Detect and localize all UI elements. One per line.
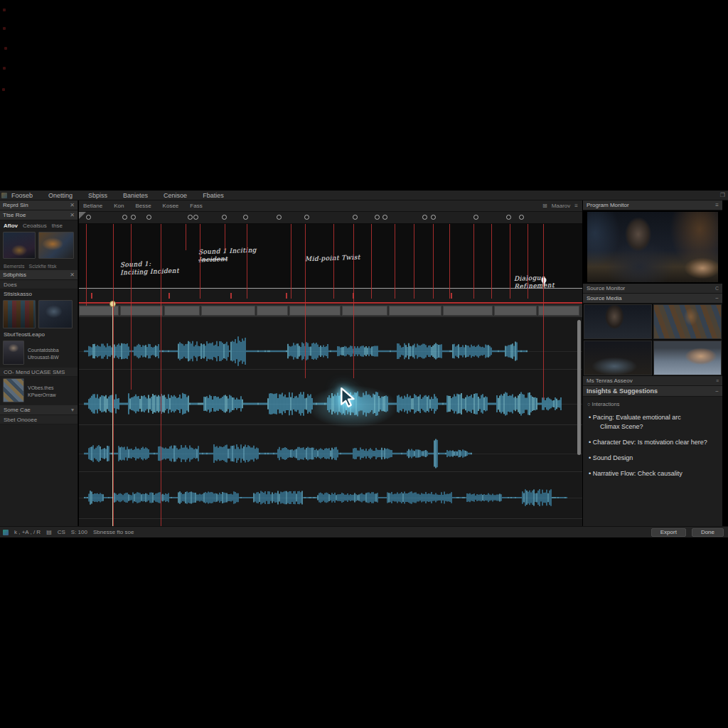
minimize-icon[interactable]: − [715, 388, 719, 395]
grid-icon[interactable]: ⊞ [542, 203, 547, 209]
timeline-tab-1[interactable]: Betlane [83, 203, 102, 209]
marker-ring[interactable] [243, 215, 248, 220]
source-monitor-bar[interactable]: Source Monitor C [583, 284, 722, 294]
source-clip-thumbnail-3[interactable] [584, 341, 652, 375]
clip-thumbnail[interactable] [3, 300, 36, 328]
timeline-tab-2[interactable]: Kon [114, 203, 124, 209]
timeline-ruler[interactable] [79, 212, 582, 224]
program-monitor-header[interactable]: Program Monitor ≡ [583, 200, 722, 210]
scrubber-segment[interactable] [289, 306, 341, 316]
timeline-marker-line[interactable] [305, 224, 306, 378]
zoom-level[interactable]: S: 100 [71, 529, 87, 535]
tool-shortcuts[interactable]: k , +A , / R [14, 529, 41, 535]
scrubber-segment[interactable] [201, 306, 255, 316]
timeline-marker-line[interactable] [186, 224, 186, 250]
timeline-marker-line[interactable] [161, 224, 161, 526]
scrubber-segment[interactable] [164, 306, 200, 316]
clip-thumbnail[interactable] [3, 232, 36, 259]
window-controls-icon[interactable]: ❐ [720, 192, 725, 198]
marker-ring[interactable] [431, 215, 436, 220]
timeline-scrubber[interactable] [79, 304, 582, 317]
menu-item-2[interactable]: Onetting [48, 192, 73, 199]
marker-ring[interactable] [122, 215, 127, 220]
timeline-marker-line[interactable] [543, 224, 544, 400]
timeline-marker-line[interactable] [200, 224, 200, 299]
clip-thumbnail[interactable] [38, 300, 73, 328]
marker-ring[interactable] [131, 215, 136, 220]
grid-icon[interactable]: ▤ [46, 529, 52, 535]
marker-ring[interactable] [382, 215, 387, 220]
audio-track-4[interactable] [79, 472, 582, 519]
menu-item-6[interactable]: Fbaties [203, 192, 224, 199]
scrubber-segment[interactable] [443, 306, 493, 316]
scrubber-segment[interactable] [342, 306, 387, 316]
source-clip-thumbnail-2[interactable] [653, 304, 722, 339]
map-pin-marker[interactable] [540, 277, 547, 287]
timeline-marker-line[interactable] [414, 224, 414, 299]
source-clip-thumbnail-1[interactable] [584, 304, 652, 339]
marker-ring[interactable] [193, 215, 198, 220]
timeline-view-label[interactable]: Maarov [552, 203, 571, 209]
media-thumbnail[interactable] [3, 341, 24, 365]
tab-creations[interactable]: Ceoatsus [23, 223, 47, 229]
insights-header[interactable]: Insights & Suggestions − [583, 386, 722, 397]
scrubber-segment[interactable] [389, 306, 441, 316]
list-icon[interactable]: ≡ [716, 378, 719, 383]
close-icon[interactable]: ✕ [70, 272, 75, 278]
snap-icon[interactable] [3, 530, 9, 535]
scene-dropdown[interactable]: Some Cae ▾ [0, 405, 77, 415]
timeline-marker-line[interactable] [353, 224, 354, 378]
timeline-marker-line[interactable] [225, 224, 225, 250]
source-media-header[interactable]: Source Media − [583, 294, 722, 304]
media-item-1[interactable]: Countatdsbba Utrousast-BW [0, 339, 77, 368]
insight-item-3[interactable]: • Sound Design [594, 454, 718, 463]
timeline-tab-3[interactable]: Besse [135, 203, 151, 209]
marker-ring[interactable] [506, 215, 511, 220]
marker-ring[interactable] [422, 215, 427, 220]
timeline-vertical-scrollbar[interactable] [577, 320, 581, 455]
scrubber-segment[interactable] [494, 306, 537, 316]
media-thumbnail[interactable] [3, 378, 24, 402]
menu-item-3[interactable]: Sbpiss [88, 192, 107, 199]
audio-track-3[interactable] [79, 425, 582, 472]
menu-icon[interactable]: ≡ [715, 202, 719, 208]
panel-header-bin2[interactable]: Ttse Roe ✕ [0, 210, 77, 220]
timeline-marker-line[interactable] [395, 224, 395, 299]
insight-item-4[interactable]: • Narrative Flow: Check causality [594, 469, 718, 478]
export-button[interactable]: Export [651, 528, 686, 537]
marker-ring[interactable] [222, 215, 227, 220]
tab-video[interactable]: thse [52, 223, 63, 229]
marker-ring[interactable] [353, 215, 358, 220]
timeline-tab-4[interactable]: Kosee [163, 203, 179, 209]
marker-ring[interactable] [375, 215, 380, 220]
marker-ring[interactable] [188, 215, 193, 220]
bin-row-does[interactable]: Does [0, 280, 77, 289]
program-monitor[interactable] [583, 210, 722, 284]
marker-tick-strip[interactable] [79, 289, 582, 302]
timeline-marker-line[interactable] [528, 224, 528, 299]
timeline-marker-line[interactable] [491, 224, 492, 299]
scrubber-segment[interactable] [257, 306, 288, 316]
marker-ring[interactable] [277, 215, 282, 220]
media-item-2[interactable]: VObes.thes KPwerOrraw [0, 377, 77, 405]
close-icon[interactable]: ✕ [70, 212, 75, 218]
scrubber-segment[interactable] [538, 306, 579, 316]
timeline-marker-line[interactable] [247, 224, 247, 299]
audio-track-1[interactable] [79, 317, 582, 370]
timeline-marker-line[interactable] [449, 224, 450, 299]
timeline-marker-line[interactable] [113, 224, 114, 526]
source-clip-thumbnail-4[interactable] [653, 341, 722, 375]
timeline-marker-line[interactable] [86, 224, 87, 306]
scrubber-segment[interactable] [120, 306, 163, 316]
timeline-marker-line[interactable] [131, 224, 132, 390]
panel-header-bin3[interactable]: Sdbphlss ✕ [0, 270, 77, 280]
marker-ring[interactable] [304, 215, 309, 220]
menu-item-1[interactable]: Fooseb [11, 192, 33, 199]
timeline-marker-line[interactable] [473, 224, 474, 299]
timeline-marker-line[interactable] [433, 224, 434, 299]
panel-header-bin1[interactable]: Reprd Sin ✕ [0, 200, 77, 210]
clip-thumbnail[interactable] [38, 232, 74, 259]
audio-track-2[interactable] [79, 370, 582, 425]
marker-ring[interactable] [86, 215, 91, 220]
close-icon[interactable]: ✕ [70, 202, 75, 208]
